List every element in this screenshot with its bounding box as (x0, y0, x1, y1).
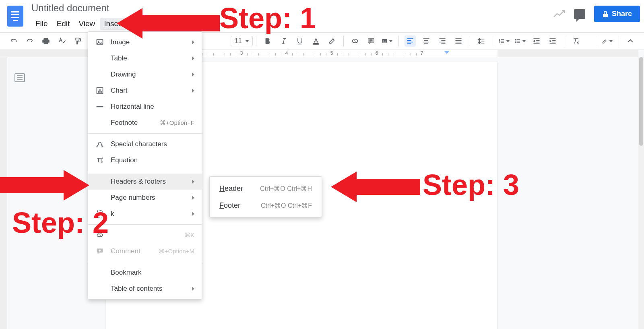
insert-link-button[interactable] (349, 35, 361, 47)
submenu-item-header[interactable]: HeaderCtrl+⌘O Ctrl+⌘H (210, 180, 322, 197)
menu-item-label: Bookmark (111, 269, 194, 277)
collapse-toolbar-button[interactable] (625, 35, 636, 47)
pi-icon: 2 (95, 156, 104, 165)
step1-label: Step: 1 (219, 2, 316, 35)
image-icon (95, 38, 104, 47)
titlebar: Untitled document FileEditViewInsertelp … (0, 0, 644, 29)
submenu-arrow-icon (192, 40, 194, 44)
separator (398, 36, 399, 46)
line-spacing-button[interactable] (476, 35, 487, 47)
align-center-button[interactable] (421, 35, 432, 47)
svg-point-9 (515, 39, 516, 40)
decrease-indent-button[interactable] (531, 35, 542, 47)
insert-image-button[interactable] (382, 35, 393, 47)
caret-icon (609, 40, 613, 42)
submenu-arrow-icon (192, 180, 194, 184)
menu-item-shortcut: ⌘+Option+M (159, 248, 194, 255)
separator (619, 36, 619, 46)
menu-item-label: Table of contents (111, 285, 187, 293)
svg-rect-3 (370, 40, 371, 41)
step3-arrow (331, 172, 420, 201)
menu-item-label: Horizontal line (111, 103, 194, 111)
submenu-arrow-icon (192, 72, 194, 77)
caret-icon (389, 40, 393, 42)
menu-item-label: Chart (111, 87, 187, 95)
blank-icon (95, 268, 104, 277)
blank-icon (95, 118, 104, 127)
activity-icon[interactable] (553, 10, 565, 19)
clear-formatting-button[interactable] (570, 35, 581, 47)
insert-item-table-of-contents[interactable]: Table of contents (88, 281, 202, 297)
submenu-item-footer[interactable]: FooterCtrl+⌘O Ctrl+⌘F (210, 197, 322, 214)
print-button[interactable] (40, 35, 52, 47)
highlight-button[interactable] (326, 35, 338, 47)
svg-rect-2 (370, 40, 372, 41)
svg-rect-0 (313, 43, 318, 45)
underline-button[interactable] (294, 35, 305, 47)
insert-item-table[interactable]: Table (88, 50, 202, 66)
align-justify-button[interactable] (453, 35, 464, 47)
svg-point-10 (515, 41, 516, 42)
menu-item-label: Drawing (111, 70, 187, 79)
insert-item-chart[interactable]: Chart (88, 83, 202, 99)
docs-logo[interactable] (7, 6, 23, 27)
blank-icon (95, 70, 104, 79)
step2-label: Step: 2 (12, 206, 109, 239)
svg-rect-15 (98, 91, 99, 93)
share-label: Share (612, 10, 632, 18)
insert-item-drawing[interactable]: Drawing (88, 66, 202, 83)
menu-item-label: Page numbers (111, 194, 187, 202)
svg-rect-16 (99, 89, 101, 93)
submenu-item-label: Header (219, 184, 260, 193)
numbered-list-button[interactable]: 123 (499, 35, 510, 47)
step1-arrow (117, 8, 220, 37)
caret-icon (245, 40, 249, 42)
comments-icon[interactable] (574, 9, 585, 19)
menu-item-label: Table (111, 54, 187, 62)
spellcheck-button[interactable] (56, 35, 68, 47)
insert-item-equation[interactable]: 2Equation (88, 152, 202, 168)
comment-icon (95, 247, 104, 256)
document-outline-button[interactable] (14, 73, 25, 82)
menu-item-label: Equation (111, 156, 194, 164)
caret-icon (522, 40, 526, 42)
document-title[interactable]: Untitled document (31, 2, 109, 14)
align-right-button[interactable] (437, 35, 448, 47)
headers-footers-submenu: HeaderCtrl+⌘O Ctrl+⌘HFooterCtrl+⌘O Ctrl+… (209, 176, 322, 217)
insert-item-special-characters[interactable]: Special characters (88, 136, 202, 152)
menu-item-label: Comment (111, 247, 154, 255)
insert-item-page-numbers[interactable]: Page numbers (88, 190, 202, 206)
menu-view[interactable]: View (74, 18, 99, 30)
insert-item-footnote[interactable]: Footnote⌘+Option+F (88, 115, 202, 131)
bold-button[interactable] (262, 35, 273, 47)
font-size-select[interactable]: 11 (231, 36, 253, 46)
font-size-value: 11 (234, 37, 242, 45)
redo-button[interactable] (24, 35, 35, 47)
step2-arrow (0, 170, 89, 199)
italic-button[interactable] (278, 35, 289, 47)
svg-point-11 (515, 42, 516, 43)
insert-item-headers-footers[interactable]: Headers & footers (88, 174, 202, 190)
bulleted-list-button[interactable] (515, 35, 526, 47)
align-left-button[interactable] (405, 35, 416, 47)
svg-rect-17 (101, 91, 102, 93)
increase-indent-button[interactable] (547, 35, 558, 47)
blank-icon (95, 284, 104, 293)
text-color-button[interactable] (310, 35, 322, 47)
undo-button[interactable] (8, 35, 19, 47)
editing-mode-button[interactable] (602, 35, 613, 47)
menu-file[interactable]: File (31, 18, 52, 30)
vertical-scrollbar[interactable] (638, 57, 644, 329)
menu-edit[interactable]: Edit (53, 18, 74, 30)
submenu-item-shortcut: Ctrl+⌘O Ctrl+⌘H (260, 185, 312, 192)
hline-icon (95, 102, 104, 111)
paint-format-button[interactable] (72, 35, 84, 47)
separator (493, 36, 493, 46)
insert-item-horizontal-line[interactable]: Horizontal line (88, 99, 202, 115)
scrollbar-thumb[interactable] (639, 57, 643, 146)
share-button[interactable]: Share (594, 6, 640, 22)
insert-item-bookmark[interactable]: Bookmark (88, 265, 202, 281)
menu-item-label: k (111, 210, 187, 218)
insert-comment-button[interactable] (365, 35, 377, 47)
step3-label: Step: 3 (423, 168, 519, 201)
